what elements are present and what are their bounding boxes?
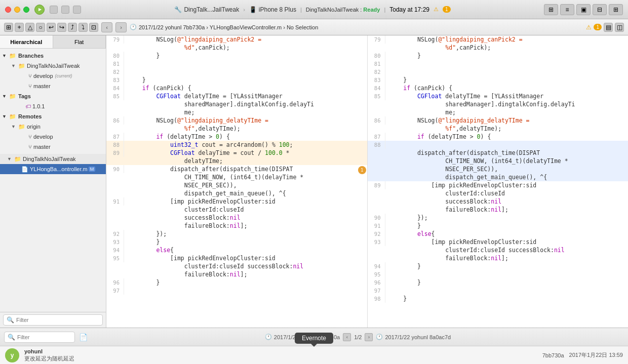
tb-icon-1[interactable]: ⊞ [4, 23, 13, 32]
sep1: › [243, 7, 245, 13]
commit-author: yohunl [24, 348, 74, 354]
code-line: %f",delatyTIme); [106, 125, 367, 133]
tab-flat[interactable]: Flat [53, 35, 106, 48]
forward-nav-btn[interactable]: › [115, 22, 127, 32]
code-scroll-left[interactable]: 79 NSLog(@"lingdaiping_canPick2 = %d",ca… [106, 35, 367, 328]
line-content: clusterId:cluseId successBlock:nil [385, 246, 565, 254]
warn-count-badge[interactable]: 1 [443, 6, 451, 13]
line-num: 91 [106, 197, 124, 206]
window-btn-3[interactable] [73, 6, 81, 14]
diff-badge: 1 [358, 166, 366, 174]
line-num: 87 [106, 133, 124, 141]
branches-header[interactable]: ▼ 📁 Branches [0, 51, 106, 61]
traffic-lights [0, 7, 29, 13]
minimize-button[interactable] [14, 7, 20, 13]
tb-icon-6[interactable]: ↪ [57, 23, 66, 32]
filter-search-icon: 🔍 [8, 334, 15, 341]
tag-item[interactable]: 🏷 1.0.1 [0, 101, 106, 111]
code-line-right-88d: NSEC_PER_SEC)), [368, 165, 629, 173]
maximize-button[interactable] [23, 7, 29, 13]
line-num: 94 [368, 262, 385, 270]
right-commit-text: 2017/1/22 yohunl 8a0ac7d [385, 334, 451, 340]
file-label: YLHongBa...ontroller.m [30, 166, 88, 172]
sep2: | [300, 7, 302, 13]
tags-header[interactable]: ▼ 📁 Tags [0, 91, 106, 101]
origin-master-item[interactable]: ⑂ master [0, 142, 106, 152]
layout-btn-2[interactable]: ≡ [560, 4, 574, 15]
window-btn-2[interactable] [61, 6, 69, 14]
line-content: sharedManager].dingtalkConfig.delayTi [124, 100, 314, 108]
layout-btn-1[interactable]: ⊞ [544, 4, 558, 15]
code-line: clusterId:cluseId [106, 206, 367, 214]
code-panel-right: 79 NSLog(@"lingdaiping_canPick2 = %d",ca… [368, 35, 629, 328]
master-branch-item[interactable]: ⑂ master [0, 81, 106, 91]
layout-btn-3[interactable]: ▣ [576, 4, 591, 15]
code-line: 83 } [106, 76, 367, 84]
tb-icon-7[interactable]: ⤴ [68, 23, 77, 32]
line-content: successBlock:nil [124, 214, 241, 222]
line-content: NSLog(@"lingdaiping_delatyTIme = [124, 116, 268, 125]
tab-hierarchical[interactable]: Hierarchical [0, 35, 53, 48]
play-button[interactable] [34, 5, 45, 15]
bottom-filter-input[interactable] [17, 334, 87, 340]
tb-icon-3[interactable]: △ [25, 23, 34, 32]
line-num: 80 [106, 52, 124, 60]
code-line: 79 NSLog(@"lingdaiping_canPick2 = [368, 35, 629, 44]
code-line: 81 [106, 60, 367, 68]
next-page-btn[interactable]: › [365, 333, 373, 341]
device-name: iPhone 8 Plus [259, 6, 296, 13]
code-line-right-88: 88 [368, 141, 629, 149]
file-item[interactable]: 📄 YLHongBa...ontroller.m M [0, 164, 106, 174]
line-content: clusterId:cluseId [385, 189, 505, 197]
line-num: 83 [368, 76, 385, 84]
window-btn-1[interactable] [50, 6, 58, 14]
tb-icon-4[interactable]: ○ [36, 23, 45, 32]
tb-icon-2[interactable]: + [15, 23, 24, 32]
sidebar-filter-input[interactable] [16, 317, 99, 323]
prev-page-btn[interactable]: ‹ [343, 333, 351, 341]
code-line: %d",canPick); [106, 44, 367, 52]
line-num: 90 [106, 165, 124, 173]
tb-icon-9[interactable]: ⊡ [89, 23, 98, 32]
code-line: successBlock:nil [106, 214, 367, 222]
line-num: 93 [106, 238, 124, 246]
layout-btn-4[interactable]: ⊟ [593, 4, 607, 15]
line-num: 97 [368, 287, 385, 295]
line-content: NSLog(@"lingdaiping_canPick2 = [124, 35, 261, 44]
evernote-tooltip: Evernote [295, 333, 333, 344]
sidebar-filter-box[interactable]: 🔍 [3, 314, 103, 326]
line-content: } [124, 76, 146, 84]
line-content: me; [124, 108, 195, 116]
code-scroll-right[interactable]: 79 NSLog(@"lingdaiping_canPick2 = %d",ca… [368, 35, 629, 328]
bottom-filter-box[interactable]: 🔍 [4, 332, 75, 343]
line-content: %d",canPick); [385, 44, 491, 52]
code-line-highlighted-89b: delatyTIme; [106, 157, 367, 165]
tb-icon-8[interactable]: ⤵ [78, 23, 88, 32]
line-content: CH_TIME_NOW, (int64_t)(delatyTIme * [385, 157, 568, 165]
remotes-header[interactable]: ▼ 📁 Remotes [0, 111, 106, 122]
line-num: 95 [106, 254, 124, 262]
second-toolbar: ⊞ + △ ○ ↩ ↪ ⤴ ⤵ ⊡ ‹ › 🕐 2017/1/22 yohunl… [0, 19, 628, 35]
origin-folder-item[interactable]: ▼ 📁 origin [0, 122, 106, 132]
origin-develop-item[interactable]: ⑂ develop [0, 132, 106, 142]
line-content: if (canPick) { [124, 84, 191, 92]
repo-folder-item[interactable]: ▼ 📁 DingTalkNoJailTweak [0, 61, 106, 71]
tb-icon-5[interactable]: ↩ [47, 23, 56, 32]
develop-branch-item[interactable]: ⑂ develop (current) [0, 71, 106, 81]
line-num: 86 [106, 116, 124, 125]
current-badge: (current) [55, 73, 72, 78]
assistant-btn[interactable]: ◫ [615, 23, 624, 32]
split-view-btn[interactable]: ▤ [604, 23, 613, 32]
code-line: 93 } [106, 238, 367, 246]
back-nav-btn[interactable]: ‹ [101, 22, 112, 32]
close-button[interactable] [5, 7, 11, 13]
warn-icon: ⚠ [434, 6, 439, 13]
code-area: 79 NSLog(@"lingdaiping_canPick2 = %d",ca… [106, 35, 628, 328]
code-line: 95 [368, 270, 629, 278]
repo-file-folder[interactable]: ▼ 📁 DingTalkNoJailTweak [0, 154, 106, 164]
sep3: | [384, 7, 385, 13]
code-line: 84 if (canPick) { [106, 84, 367, 92]
layout-btn-5[interactable]: ⊞ [609, 4, 623, 15]
code-panel-left: 79 NSLog(@"lingdaiping_canPick2 = %d",ca… [106, 35, 368, 328]
toolbar-warn-count[interactable]: 1 [594, 24, 602, 30]
